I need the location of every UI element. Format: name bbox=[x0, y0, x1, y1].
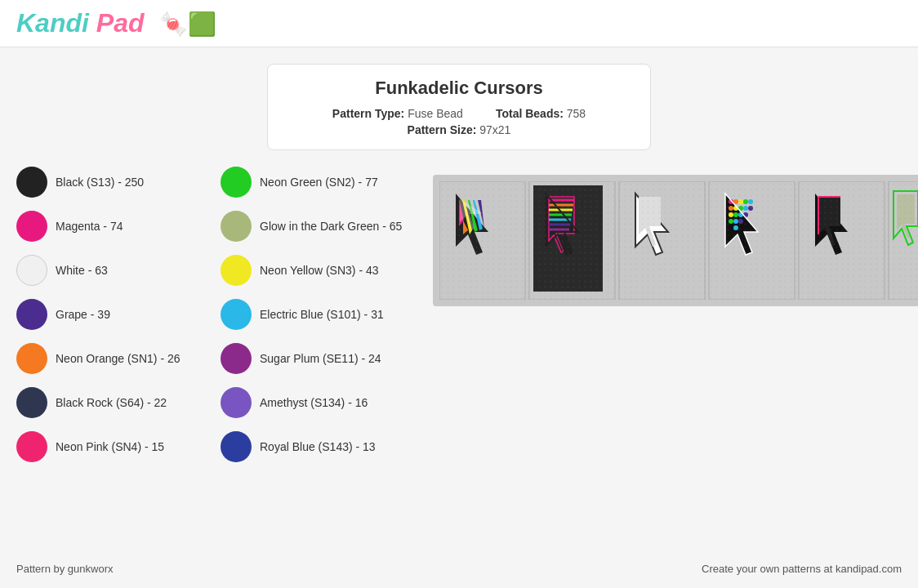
footer-cta: Create your own patterns at kandipad.com bbox=[702, 563, 902, 575]
color-label: Black Rock (S64) - 22 bbox=[56, 396, 167, 409]
logo-kandi: Kandi bbox=[16, 8, 89, 38]
pattern-type: Pattern Type: Fuse Bead bbox=[332, 107, 463, 120]
color-swatch bbox=[16, 211, 47, 242]
color-item: Neon Yellow (SN3) - 43 bbox=[221, 255, 417, 286]
color-swatch bbox=[221, 299, 252, 330]
color-item: Magenta - 74 bbox=[16, 211, 212, 242]
color-item: Black Rock (S64) - 22 bbox=[16, 387, 212, 418]
color-list: Black (S13) - 250Magenta - 74White - 63G… bbox=[16, 167, 417, 475]
footer-author: Pattern by gunkworx bbox=[16, 563, 114, 575]
header: Kandi Pad 🍬🟩 bbox=[0, 0, 918, 47]
color-column-left: Black (S13) - 250Magenta - 74White - 63G… bbox=[16, 167, 212, 475]
color-swatch bbox=[16, 255, 47, 286]
color-swatch bbox=[16, 299, 47, 330]
color-item: Grape - 39 bbox=[16, 299, 212, 330]
color-swatch bbox=[16, 343, 47, 374]
color-swatch bbox=[221, 167, 252, 198]
color-swatch bbox=[221, 343, 252, 374]
pattern-preview bbox=[433, 175, 918, 306]
color-swatch bbox=[16, 167, 47, 198]
color-label: Royal Blue (S143) - 13 bbox=[260, 440, 376, 453]
color-item: Black (S13) - 250 bbox=[16, 167, 212, 198]
pattern-size: Pattern Size: 97x21 bbox=[287, 123, 631, 136]
color-swatch bbox=[221, 255, 252, 286]
color-item: White - 63 bbox=[16, 255, 212, 286]
color-label: Grape - 39 bbox=[56, 308, 110, 321]
color-label: White - 63 bbox=[56, 264, 108, 277]
pattern-card: Funkadelic Cursors Pattern Type: Fuse Be… bbox=[267, 64, 651, 150]
color-label: Neon Orange (SN1) - 26 bbox=[56, 352, 180, 365]
color-label: Sugar Plum (SE11) - 24 bbox=[260, 352, 381, 365]
color-item: Electric Blue (S101) - 31 bbox=[221, 299, 417, 330]
color-item: Glow in the Dark Green - 65 bbox=[221, 211, 417, 242]
color-label: Black (S13) - 250 bbox=[56, 176, 144, 189]
total-beads: Total Beads: 758 bbox=[496, 107, 586, 120]
color-swatch bbox=[16, 431, 47, 462]
pattern-title: Funkadelic Cursors bbox=[287, 78, 631, 99]
footer: Pattern by gunkworx Create your own patt… bbox=[0, 563, 918, 575]
color-item: Royal Blue (S143) - 13 bbox=[221, 431, 417, 462]
color-column-right: Neon Green (SN2) - 77Glow in the Dark Gr… bbox=[221, 167, 417, 475]
color-label: Neon Yellow (SN3) - 43 bbox=[260, 264, 379, 277]
color-item: Amethyst (S134) - 16 bbox=[221, 387, 417, 418]
color-label: Neon Pink (SN4) - 15 bbox=[56, 440, 164, 453]
logo-icons: 🍬🟩 bbox=[159, 11, 216, 37]
color-swatch bbox=[221, 431, 252, 462]
color-label: Electric Blue (S101) - 31 bbox=[260, 308, 384, 321]
logo-pad: Pad bbox=[96, 8, 145, 38]
color-item: Neon Orange (SN1) - 26 bbox=[16, 343, 212, 374]
cursor-pattern-svg bbox=[439, 181, 918, 300]
color-swatch bbox=[221, 211, 252, 242]
svg-rect-54 bbox=[439, 181, 918, 300]
color-label: Amethyst (S134) - 16 bbox=[260, 396, 368, 409]
color-item: Sugar Plum (SE11) - 24 bbox=[221, 343, 417, 374]
color-label: Magenta - 74 bbox=[56, 220, 123, 233]
color-item: Neon Green (SN2) - 77 bbox=[221, 167, 417, 198]
color-item: Neon Pink (SN4) - 15 bbox=[16, 431, 212, 462]
color-label: Neon Green (SN2) - 77 bbox=[260, 176, 378, 189]
color-swatch bbox=[221, 387, 252, 418]
color-swatch bbox=[16, 387, 47, 418]
main-content: Black (S13) - 250Magenta - 74White - 63G… bbox=[0, 167, 918, 475]
logo: Kandi Pad 🍬🟩 bbox=[16, 8, 216, 38]
color-label: Glow in the Dark Green - 65 bbox=[260, 220, 402, 233]
